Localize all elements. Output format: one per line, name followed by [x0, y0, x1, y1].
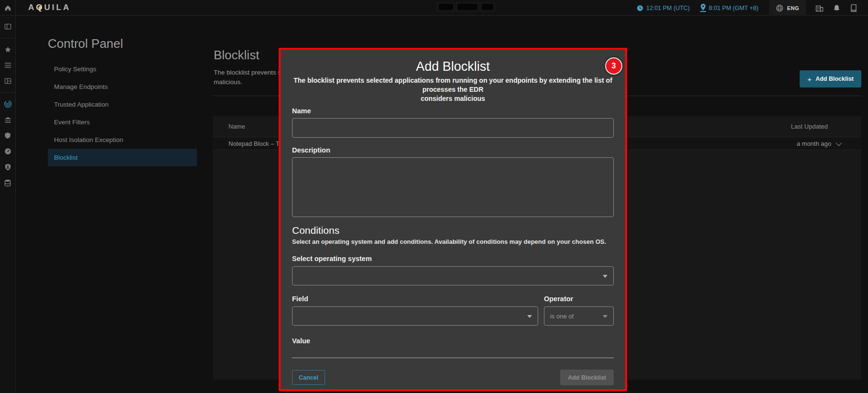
caret-down-icon	[603, 315, 608, 318]
value-input[interactable]	[292, 347, 614, 358]
caret-down-icon	[603, 275, 608, 278]
plus-icon: +	[807, 75, 812, 83]
utc-time-label: 12:01 PM (UTC)	[646, 5, 690, 11]
value-label: Value	[292, 337, 614, 345]
column-header-last-updated: Last Updated	[791, 123, 828, 130]
rail-divider	[0, 92, 16, 93]
os-select[interactable]	[292, 266, 614, 285]
star-icon[interactable]	[3, 45, 12, 54]
bell-icon	[833, 4, 840, 12]
description-input[interactable]	[292, 157, 614, 217]
name-input[interactable]	[292, 118, 614, 138]
language-selector[interactable]: ENG	[769, 0, 806, 16]
logo-letter-a: A	[28, 3, 36, 12]
panel-toggle-icon[interactable]	[3, 22, 12, 31]
topbar-right-cluster: 12:01 PM (UTC) 8:01 PM (GMT +8) ENG	[637, 0, 865, 16]
field-select[interactable]	[292, 306, 538, 326]
modal-subtitle-line1: The blocklist prevents selected applicat…	[292, 76, 614, 94]
gauge-icon[interactable]	[3, 147, 12, 155]
nav-item-manage-endpoints[interactable]: Manage Endpoints	[48, 78, 197, 96]
add-blocklist-button[interactable]: + Add Blocklist	[800, 70, 861, 87]
modal-footer: Cancel Add Blocklist	[292, 370, 614, 385]
local-time-label: 8:01 PM (GMT +8)	[709, 5, 759, 11]
app-logo: AQUILA	[28, 3, 71, 12]
page-title: Control Panel	[48, 36, 123, 51]
app-root: AQUILA 12:01 PM (UTC) 8:01 PM (GMT +8)	[0, 0, 868, 393]
conditions-title: Conditions	[292, 225, 614, 236]
modal-subtitle: The blocklist prevents selected applicat…	[292, 76, 614, 103]
agent-badge-icon[interactable]	[3, 163, 12, 171]
utc-time-chip[interactable]: 12:01 PM (UTC)	[637, 5, 690, 11]
os-label: Select operating system	[292, 255, 614, 262]
modal-title: Add Blocklist	[292, 59, 614, 74]
bank-icon[interactable]	[3, 115, 12, 124]
modal-subtitle-line2: considers malicious	[292, 94, 614, 103]
nav-item-blocklist[interactable]: Blocklist	[48, 149, 197, 166]
home-icon	[4, 4, 11, 11]
section-title: Blocklist	[214, 48, 259, 63]
book-icon	[850, 4, 857, 12]
modal-add-blocklist-button[interactable]: Add Blocklist	[560, 370, 614, 385]
description-label: Description	[292, 146, 614, 154]
operator-label: Operator	[544, 295, 614, 303]
nav-item-policy-settings[interactable]: Policy Settings	[48, 60, 197, 78]
operator-select[interactable]: is one of	[544, 306, 614, 326]
logo-eye-icon: Q	[36, 3, 44, 12]
annotation-badge-3[interactable]: 3	[605, 57, 622, 75]
local-time-chip[interactable]: 8:01 PM (GMT +8)	[700, 4, 759, 12]
operator-select-value: is one of	[550, 313, 574, 320]
docs-button[interactable]	[848, 2, 859, 14]
name-label: Name	[292, 107, 614, 115]
nav-item-event-filters[interactable]: Event Filters	[48, 113, 197, 131]
building-icon	[815, 4, 824, 12]
location-pin-icon	[700, 4, 706, 12]
radar-icon-active[interactable]	[3, 99, 12, 108]
home-button[interactable]	[0, 0, 16, 16]
control-panel-nav: Policy Settings Manage Endpoints Trusted…	[48, 60, 197, 166]
organization-button[interactable]	[814, 2, 825, 14]
field-label: Field	[292, 295, 538, 303]
column-header-name: Name	[228, 123, 245, 130]
icon-rail	[0, 16, 16, 393]
shield-icon[interactable]	[3, 131, 12, 140]
redacted-text-block	[438, 3, 494, 11]
field-operator-row: Field Operator is one of	[292, 295, 614, 326]
notifications-button[interactable]	[831, 2, 842, 14]
conditions-subtitle: Select an operating system and add condi…	[292, 238, 614, 245]
add-blocklist-modal: 3 Add Blocklist The blocklist prevents s…	[279, 48, 627, 391]
row-name-cell: Notepad Block – T	[228, 140, 280, 147]
nav-item-host-isolation-exception[interactable]: Host Isolation Exception	[48, 131, 197, 149]
database-icon[interactable]	[3, 178, 12, 187]
rail-divider	[0, 38, 16, 38]
nav-item-trusted-application[interactable]: Trusted Application	[48, 96, 197, 113]
cancel-button[interactable]: Cancel	[292, 370, 325, 385]
top-bar: AQUILA 12:01 PM (UTC) 8:01 PM (GMT +8)	[0, 0, 868, 16]
dashboard-grid-icon[interactable]	[3, 76, 12, 85]
logo-letters: UILA	[44, 3, 71, 12]
globe-icon	[776, 4, 783, 12]
language-label: ENG	[787, 5, 799, 11]
chevron-down-icon[interactable]	[836, 140, 842, 146]
menu-icon[interactable]	[3, 61, 12, 69]
row-last-updated-cell: a month ago	[797, 140, 831, 147]
clock-icon	[637, 5, 643, 11]
add-blocklist-button-label: Add Blocklist	[815, 76, 854, 82]
caret-down-icon	[527, 315, 532, 318]
